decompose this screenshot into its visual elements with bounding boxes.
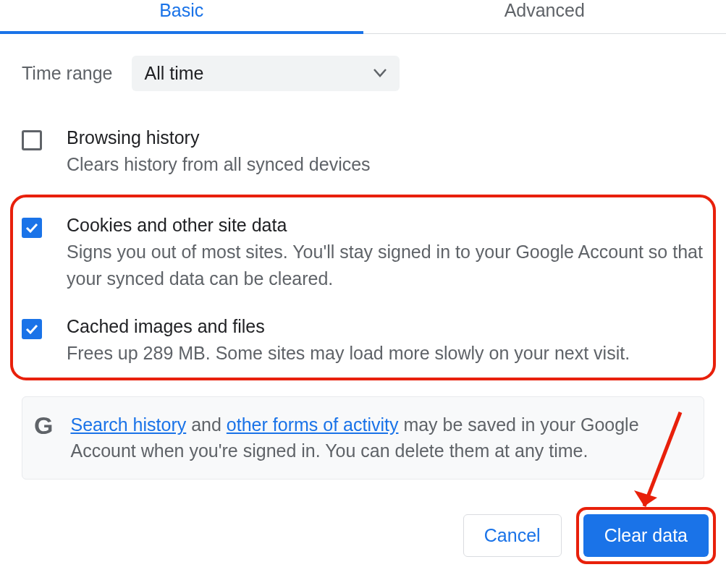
time-range-label: Time range [22,63,113,84]
option-cache: Cached images and files Frees up 289 MB.… [22,309,704,376]
option-desc: Clears history from all synced devices [67,151,704,177]
checkbox-browsing-history[interactable] [22,130,42,150]
cancel-button[interactable]: Cancel [463,514,562,557]
option-browsing-history: Browsing history Clears history from all… [22,120,704,195]
option-title: Browsing history [67,127,704,148]
checkbox-cookies[interactable] [22,218,42,238]
option-desc: Frees up 289 MB. Some sites may load mor… [67,340,704,366]
option-desc: Signs you out of most sites. You'll stay… [67,239,704,291]
time-range-value: All time [145,63,204,84]
link-search-history[interactable]: Search history [70,414,186,435]
annotation-arrow-icon [630,405,709,535]
svg-line-0 [644,412,680,506]
annotation-highlight-box: Cookies and other site data Signs you ou… [10,195,716,380]
info-box: G Search history and other forms of acti… [22,396,704,480]
option-title: Cached images and files [67,316,704,337]
tab-advanced[interactable]: Advanced [363,0,727,34]
tabs: Basic Advanced [0,0,726,34]
link-other-activity[interactable]: other forms of activity [227,414,399,435]
chevron-down-icon [373,67,387,80]
google-g-icon: G [34,413,53,438]
time-range-select[interactable]: All time [132,56,400,91]
checkbox-cache[interactable] [22,319,42,339]
time-range-row: Time range All time [22,56,704,91]
info-text: Search history and other forms of activi… [70,412,689,464]
dialog-buttons: Cancel Clear data [0,494,726,574]
option-cookies: Cookies and other site data Signs you ou… [22,208,704,309]
tab-basic[interactable]: Basic [0,0,363,34]
option-title: Cookies and other site data [67,215,704,236]
svg-marker-1 [634,490,657,506]
info-text-fragment: and [186,414,227,435]
